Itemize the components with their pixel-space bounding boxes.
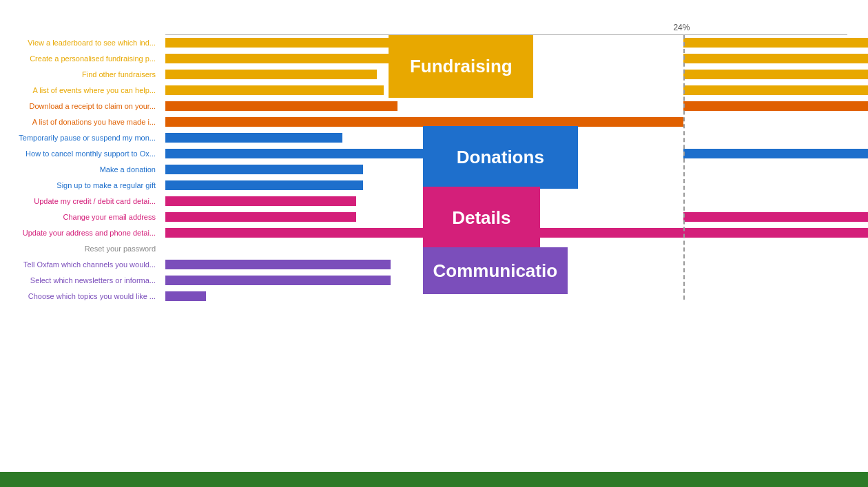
bar-right-extension [683, 70, 868, 79]
bar-right-extension [683, 101, 868, 111]
bar [165, 196, 356, 206]
row-label: Update my credit / debit card detai... [0, 194, 160, 209]
row-label: Update your address and phone detai... [0, 225, 160, 240]
dashed-percentage-label: 24% [673, 23, 690, 32]
row-label: Download a receipt to claim on your... [0, 99, 160, 114]
bar-right-extension [683, 212, 868, 222]
page-title [0, 0, 868, 32]
table-row: Download a receipt to claim on your... [165, 99, 847, 114]
row-label: View a leaderboard to see which ind... [0, 35, 160, 50]
bar [165, 212, 356, 222]
bar [165, 70, 377, 79]
bar [165, 85, 384, 95]
bar [165, 165, 363, 174]
category-label-communicatio: Communicatio [423, 247, 568, 294]
row-label: A list of events where you can help... [0, 83, 160, 98]
row-label: Reset your password [0, 241, 160, 256]
row-label: A list of donations you have made i... [0, 114, 160, 129]
bar [165, 38, 404, 48]
row-label: Make a donation [0, 162, 160, 177]
bar [165, 276, 391, 285]
category-label-donations: Donations [423, 126, 578, 189]
bar [165, 101, 397, 111]
row-label: Create a personalised fundraising p... [0, 51, 160, 66]
dashed-line [683, 35, 685, 300]
row-label: Tell Oxfam which channels you would... [0, 257, 160, 272]
bar-right-extension [683, 85, 868, 95]
bar [165, 291, 206, 301]
category-label-fundraising: Fundraising [389, 35, 533, 98]
bar [165, 180, 363, 190]
row-label: Find other fundraisers [0, 67, 160, 82]
bar-right-extension [683, 54, 868, 63]
category-label-details: Details [423, 187, 540, 249]
row-label: Select which newsletters or informa... [0, 273, 160, 288]
bar [165, 133, 342, 143]
row-label: How to cancel monthly support to Ox... [0, 146, 160, 161]
bar-extension [683, 228, 868, 238]
bar-right-extension [683, 38, 868, 48]
row-label: Sign up to make a regular gift [0, 178, 160, 193]
row-label: Temporarily pause or suspend my mon... [0, 130, 160, 145]
bottom-bar [0, 472, 868, 487]
row-label: Choose which topics you would like ... [0, 289, 160, 304]
row-label: Change your email address [0, 209, 160, 225]
bar [165, 260, 391, 269]
bar [165, 117, 683, 127]
bar-right-extension [683, 149, 868, 158]
